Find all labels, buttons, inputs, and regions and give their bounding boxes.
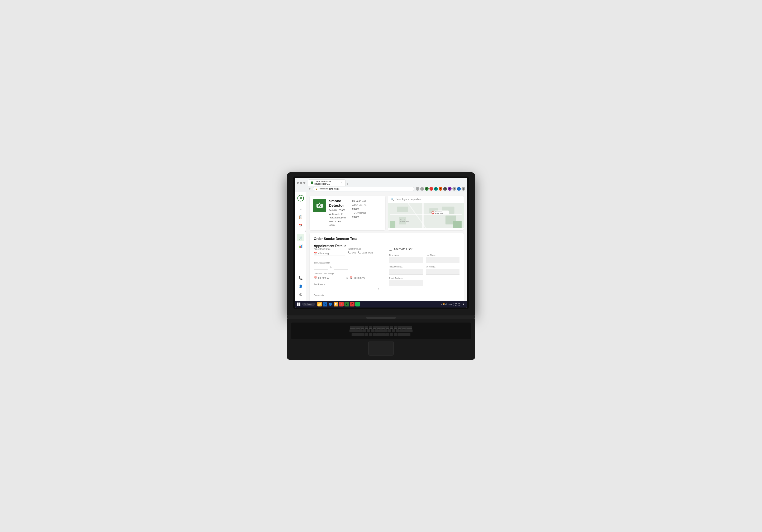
accessibility-group: Best Accessibility 1:00 pm to 3:00 pm — [314, 262, 380, 270]
sidebar-item-home[interactable]: ⌂ — [297, 205, 304, 212]
extension-purple-icon[interactable]: P — [448, 187, 452, 191]
telephone-input[interactable] — [389, 269, 423, 275]
comments-input[interactable] — [314, 297, 380, 301]
alt-date-to-field[interactable] — [354, 276, 371, 279]
test-reason-select[interactable] — [314, 287, 380, 291]
appointment-date-field[interactable] — [318, 252, 335, 255]
sms-label: SMS — [351, 252, 356, 254]
taskbar-app-app2[interactable]: 📍 — [339, 302, 343, 306]
email-input[interactable] — [389, 280, 423, 286]
menu-icon[interactable]: ⋮ — [462, 187, 465, 191]
extension-red-icon[interactable]: ● — [429, 187, 433, 191]
extension-icon-1[interactable]: 🎤 — [416, 187, 419, 191]
sidebar-item-clipboard[interactable]: 📋 — [297, 213, 304, 221]
search-input[interactable] — [396, 198, 461, 201]
taskbar-app-ppt[interactable]: P — [350, 302, 354, 306]
reload-button[interactable]: ↻ — [308, 187, 312, 191]
taskbar-app-notes[interactable]: 📝 — [334, 302, 338, 306]
order-form: Order Smoke Detector Test Appointment De… — [310, 233, 464, 301]
taskbar-app-excel[interactable]: X — [344, 302, 349, 306]
date-notify-row: Appointment Date 📅 Notify through — [314, 248, 380, 259]
svg-rect-26 — [299, 302, 300, 304]
browser-tabs: TEHA Technischer Hausservice G... ✕ + — [308, 179, 465, 186]
notify-group: Notify through SMS — [348, 248, 380, 256]
taskbar-app-files[interactable]: 📁 — [317, 302, 322, 306]
letter-checkbox[interactable] — [358, 251, 361, 253]
systray-icons: ^ ⊞ 📶 🔊 — [439, 303, 447, 305]
time-from-input[interactable]: 1:00 pm — [314, 265, 328, 270]
tab-close-icon[interactable]: ✕ — [341, 182, 343, 184]
expand-icon: › — [305, 230, 306, 232]
telephone-label: Telephone No. — [389, 266, 423, 268]
alt-date-from-field[interactable] — [318, 276, 335, 279]
taskbar-app-spotify[interactable]: ♫ — [355, 302, 360, 306]
appointment-date-group: Appointment Date 📅 — [314, 248, 345, 256]
alternate-user-header: Alternate User — [389, 247, 460, 251]
sms-checkbox[interactable] — [348, 251, 351, 253]
alt-date-to-input[interactable]: 📅 — [349, 276, 380, 280]
extension-dark-icon[interactable]: ◉ — [443, 187, 447, 191]
key-row-3 — [351, 333, 411, 336]
touchpad[interactable] — [368, 341, 394, 356]
mobile-input[interactable] — [426, 269, 460, 275]
mobile-field: Mobile No. — [426, 266, 460, 275]
taskbar-app-chrome[interactable]: 🔵 — [328, 302, 333, 306]
sms-option[interactable]: SMS — [348, 251, 356, 254]
shopping-icon: 🛒 — [299, 236, 303, 240]
sidebar-item-profile[interactable]: 👤 — [297, 283, 304, 290]
taskbar-notification-icon[interactable]: 🖥 — [462, 302, 465, 306]
appointment-date-input[interactable]: 📅 — [314, 251, 345, 256]
taskbar-app-store[interactable]: 🛍 — [323, 302, 327, 306]
letter-option[interactable]: Letter (Mail) — [358, 251, 373, 254]
time-to-input[interactable]: 3:00 pm — [334, 265, 348, 270]
alt-date-from-input[interactable]: 📅 — [314, 276, 344, 280]
sidebar-expand[interactable]: › — [295, 230, 306, 232]
device-postal: Waakirchen, 83662 — [329, 220, 346, 227]
extension-teal-icon[interactable]: T — [434, 187, 438, 191]
profile-icon[interactable]: 👤 — [457, 187, 461, 191]
sidebar-item-phone[interactable]: 📞 — [297, 274, 304, 282]
device-details: Smoke Detector Serial No.87668 Waldowstr… — [329, 199, 346, 227]
time-range: 1:00 pm to 3:00 pm — [314, 265, 380, 270]
start-button[interactable] — [297, 302, 301, 306]
extension-green-icon[interactable]: G — [425, 187, 428, 191]
back-button[interactable]: ← — [297, 187, 301, 191]
taskbar-time: 3:29 PM 7/16/2020 — [453, 302, 460, 306]
new-tab-button[interactable]: + — [345, 182, 350, 185]
sidebar-item-report[interactable]: 📊 — [297, 242, 304, 250]
last-name-input[interactable] — [426, 257, 460, 263]
extensions-button[interactable]: ⊞ — [452, 187, 456, 191]
sidebar-item-power[interactable]: ⏻ — [297, 291, 304, 298]
svg-text:Holzarbeiten: Holzarbeiten — [400, 219, 406, 221]
svg-point-4 — [319, 205, 320, 206]
admin-label: Admin User No. — [352, 203, 382, 207]
test-reason-wrapper: ▾ — [314, 287, 380, 291]
user-name: Mr. John Doe — [352, 199, 382, 203]
alternate-user-checkbox[interactable] — [389, 248, 392, 250]
forward-button[interactable]: → — [302, 187, 306, 191]
appointment-date-label: Appointment Date — [314, 248, 345, 250]
active-tab[interactable]: TEHA Technischer Hausservice G... ✕ — [308, 179, 345, 186]
key-row-1 — [350, 326, 412, 329]
address-bar[interactable]: 🔒 Not secure teha-wd.de — [313, 187, 415, 191]
property-card: Smoke Detector Serial No.87668 Waldowstr… — [310, 196, 385, 230]
close-button[interactable] — [303, 182, 305, 184]
sidebar: ·U ⌂ 📋 📅 › — [295, 192, 306, 301]
extension-orange-icon[interactable]: A — [439, 187, 442, 191]
order-title: Order Smoke Detector Test — [314, 237, 460, 241]
sidebar-item-shopping[interactable]: 🛒 — [297, 234, 304, 241]
bookmark-icon[interactable]: ★ — [420, 187, 424, 191]
mobile-label: Mobile No. — [426, 266, 460, 268]
letter-label: Letter (Mail) — [361, 252, 373, 254]
lock-icon: 🔒 — [315, 188, 318, 190]
sidebar-item-calendar[interactable]: 📅 — [297, 222, 304, 229]
device-title: Smoke Detector — [329, 199, 346, 208]
first-name-input[interactable] — [389, 257, 423, 263]
key-tab — [350, 326, 356, 329]
calendar-icon: 📅 — [299, 224, 303, 228]
taskbar-search[interactable]: 🔍 Search — [302, 303, 315, 306]
minimize-button[interactable] — [297, 182, 299, 184]
maximize-button[interactable] — [300, 182, 302, 184]
laptop-base — [287, 315, 475, 319]
search-icon: 🔍 — [391, 198, 394, 201]
